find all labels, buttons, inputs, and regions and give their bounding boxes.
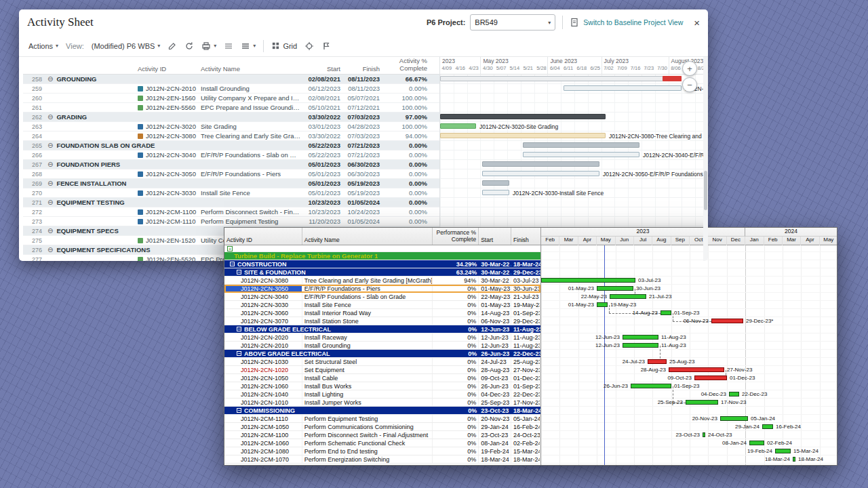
collapse-icon[interactable]: ⊖ bbox=[47, 161, 53, 168]
wbs-band-row[interactable]: −ABOVE GRADE ELECTRICAL0%26-Jun-2322-Dec… bbox=[224, 350, 540, 358]
wbs-band-row[interactable]: −COMMISSIONING0%23-Oct-2318-Mar-24 bbox=[224, 407, 540, 415]
collapse-icon[interactable]: ⊖ bbox=[47, 113, 53, 121]
sheet-gantt-timescale[interactable]: 20234/094/164/23May 20234/305/075/145/21… bbox=[440, 57, 708, 75]
gantt-bar[interactable] bbox=[660, 310, 671, 315]
print-button[interactable]: ▾ bbox=[201, 41, 216, 51]
activity-row[interactable]: J012N-2CN-3060Install Interior Road Way0… bbox=[224, 309, 540, 317]
activity-row[interactable]: 273J012N-2CM-1110Perform Equipment Testi… bbox=[23, 217, 439, 226]
gantt-bar[interactable] bbox=[631, 384, 671, 388]
collapse-icon[interactable]: − bbox=[237, 270, 241, 274]
gantt-bar[interactable] bbox=[482, 190, 509, 195]
activity-row[interactable]: 268J012N-2CN-3050E/F/R/P Foundations - P… bbox=[23, 169, 439, 179]
gantt-bar[interactable] bbox=[623, 343, 658, 348]
gantt-bar[interactable] bbox=[597, 286, 633, 291]
activity-row[interactable]: J012N-2CN-1060Install Bus Works0%26-Jun-… bbox=[224, 382, 540, 390]
collapse-icon[interactable]: ⊖ bbox=[47, 142, 53, 149]
collapse-icon[interactable]: ⊖ bbox=[47, 199, 53, 206]
activity-row[interactable]: J012N-2CM-1100Perform Disconnect Switch … bbox=[224, 431, 540, 439]
activity-row[interactable]: 261J012N-2EN-5560EPC Prepare and Issue G… bbox=[23, 103, 439, 113]
wbs-band-row[interactable]: −BELOW GRADE ELECTRICAL0%12-Jun-2311-Aug… bbox=[224, 325, 540, 333]
column-header-finish[interactable]: Finish bbox=[343, 65, 382, 73]
activity-row[interactable]: J012N-2CN-1020Set Equipment0%28-Aug-2327… bbox=[224, 366, 540, 374]
activity-row[interactable]: J012N-2CM-1060Perform Schematic Function… bbox=[224, 439, 540, 447]
wbs-group-row[interactable]: 269⊖FENCE INSTALLATION05/01/202305/19/20… bbox=[23, 179, 439, 188]
gantt-bar[interactable] bbox=[686, 400, 718, 405]
view-select[interactable]: (Modified) P6 WBS▾ bbox=[92, 42, 161, 50]
gantt-bar[interactable] bbox=[440, 114, 606, 119]
critical-gantt-bar[interactable] bbox=[711, 319, 743, 323]
gantt-bar[interactable] bbox=[523, 142, 639, 148]
gantt-bar[interactable] bbox=[610, 294, 646, 299]
gantt-bar[interactable] bbox=[440, 123, 476, 129]
collapse-icon[interactable]: ⊖ bbox=[47, 75, 53, 83]
refresh-icon[interactable] bbox=[184, 41, 194, 51]
gantt-bar[interactable] bbox=[729, 392, 739, 396]
collapsed-row[interactable]: + bbox=[224, 245, 540, 252]
gantt-bar[interactable] bbox=[793, 457, 795, 462]
collapse-icon[interactable]: − bbox=[237, 408, 241, 413]
baseline-document-icon[interactable] bbox=[570, 18, 579, 27]
activity-row[interactable]: J012N-2CN-3030Install Site Fence0%01-May… bbox=[224, 301, 540, 309]
column-header-percent-complete[interactable]: Activity %Complete bbox=[382, 58, 430, 73]
scrollbar-thumb[interactable] bbox=[704, 171, 707, 210]
flag-icon[interactable] bbox=[321, 41, 331, 51]
gantt-bar[interactable] bbox=[703, 432, 705, 437]
wbs-group-row[interactable]: 262⊖GRADING03/30/202207/03/202397.00% bbox=[23, 113, 439, 122]
activity-row[interactable]: J012N-2CN-3080Tree Clearing and Early Si… bbox=[224, 277, 540, 285]
activity-row[interactable]: 270J012N-2CN-3030Install Site Fence05/01… bbox=[23, 188, 439, 198]
gantt-bar[interactable] bbox=[749, 441, 764, 445]
row-height-icon[interactable] bbox=[224, 41, 233, 51]
wbs-group-row[interactable]: 267⊖FOUNDATION PIERS05/01/202306/30/2023… bbox=[23, 160, 439, 169]
gantt-bar[interactable] bbox=[482, 171, 599, 176]
wbs-band-row[interactable]: −CONSTRUCTION34.29%30-Mar-22 A18-Mar-24 bbox=[224, 260, 540, 268]
critical-gantt-bar[interactable] bbox=[648, 359, 667, 364]
close-icon[interactable]: × bbox=[694, 18, 700, 28]
gantt-bar[interactable] bbox=[523, 152, 639, 157]
column-header-activity-name[interactable]: Activity Name bbox=[198, 65, 304, 73]
switch-baseline-link[interactable]: Switch to Baseline Project View bbox=[583, 18, 683, 26]
gantt-bar[interactable] bbox=[541, 278, 635, 283]
zoom-out-button[interactable]: − bbox=[682, 77, 697, 92]
gantt-bar[interactable] bbox=[762, 424, 773, 429]
collapse-icon[interactable]: ⊖ bbox=[47, 180, 53, 187]
actions-menu[interactable]: Actions▾ bbox=[28, 42, 58, 50]
activity-row[interactable]: J012N-2CN-3050E/F/R/P Foundations - Pier… bbox=[224, 285, 540, 293]
grid-view-button[interactable]: Grid bbox=[271, 41, 297, 50]
collapse-icon[interactable]: ⊖ bbox=[47, 227, 53, 235]
project-select[interactable]: BR549 ▾ bbox=[470, 14, 555, 30]
wbs-band-row[interactable]: −SITE & FOUNDATION63.24%30-Mar-22 A29-De… bbox=[224, 268, 540, 277]
activity-row[interactable]: 260J012N-2EN-1560Utility Company X Prepa… bbox=[23, 94, 439, 103]
collapse-icon[interactable]: − bbox=[230, 262, 235, 266]
activity-row[interactable]: J012N-2CN-2010Install Grounding0%12-Jun-… bbox=[224, 342, 540, 350]
gantt-bar[interactable] bbox=[597, 302, 608, 307]
activity-row[interactable]: 259J012N-2CN-2010Install Grounding06/12/… bbox=[23, 84, 439, 94]
critical-gantt-bar[interactable] bbox=[694, 375, 727, 380]
zoom-in-button[interactable]: + bbox=[682, 61, 697, 76]
collapse-icon[interactable]: − bbox=[237, 327, 241, 331]
activity-row[interactable]: J012N-2CM-1080Perform End to End testing… bbox=[224, 447, 540, 455]
vertical-scrollbar[interactable] bbox=[703, 57, 708, 261]
pro-gantt-timescale[interactable]: 2023 2024 FebMarAprMayJunJulAugSepOctNov… bbox=[541, 228, 837, 245]
column-header-performance-pct[interactable]: Performance %Complete bbox=[433, 228, 479, 245]
activity-row[interactable]: 266J012N-2CN-3040E/F/R/P Foundations - S… bbox=[23, 150, 439, 160]
column-header-finish[interactable]: Finish bbox=[511, 228, 540, 245]
activity-row[interactable]: 263J012N-2CN-3020Site Grading03/01/20230… bbox=[23, 122, 439, 131]
gantt-bar[interactable] bbox=[663, 76, 682, 81]
expand-icon[interactable]: + bbox=[227, 246, 233, 251]
edit-pencil-icon[interactable] bbox=[167, 41, 177, 51]
gantt-bar[interactable] bbox=[440, 76, 682, 81]
activity-row[interactable]: J012N-2CM-1110Perform Equipment Testing0… bbox=[224, 415, 540, 423]
activity-row[interactable]: 264J012N-2CN-3080Tree Clearing and Early… bbox=[23, 131, 439, 141]
gantt-bar[interactable] bbox=[482, 180, 509, 186]
collapse-icon[interactable]: − bbox=[237, 351, 241, 356]
gantt-bar[interactable] bbox=[775, 449, 791, 453]
activity-row[interactable]: J012N-2CN-3070Install Station Stone0%06-… bbox=[224, 317, 540, 325]
crosshair-icon[interactable] bbox=[304, 41, 314, 51]
activity-row[interactable]: J012N-2CM-1070Perform Energization Switc… bbox=[224, 455, 540, 464]
gantt-bar[interactable] bbox=[482, 161, 599, 167]
activity-row[interactable]: J012N-2CN-1010Install Jumper Works0%25-S… bbox=[224, 399, 540, 407]
collapse-icon[interactable]: ⊖ bbox=[47, 246, 53, 253]
activity-row[interactable]: J012N-2CM-1050Perform Communications Com… bbox=[224, 423, 540, 431]
activity-row[interactable]: J012N-2CN-1040Install Lighting0%04-Dec-2… bbox=[224, 390, 540, 399]
project-row[interactable]: Turbine Build - Replace Turbine on Gener… bbox=[224, 252, 540, 260]
